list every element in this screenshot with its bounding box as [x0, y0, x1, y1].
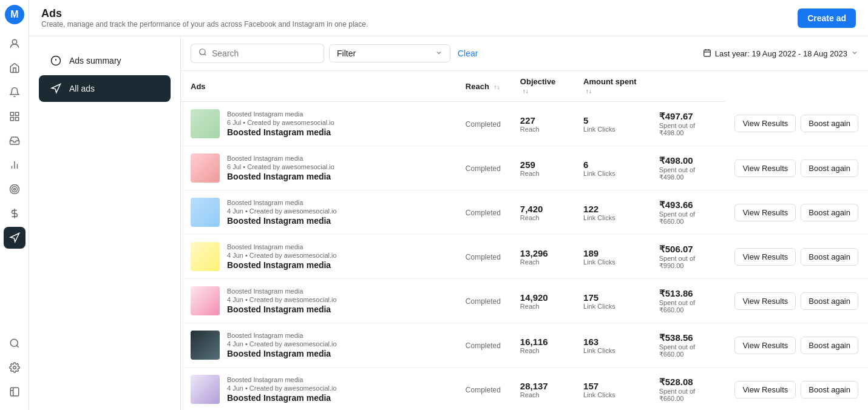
status-badge: Completed: [466, 253, 501, 261]
ad-info: Boosted Instagram media 4 Jun • Created …: [227, 243, 337, 270]
objective-label: Link Clicks: [583, 347, 640, 354]
svg-rect-5: [10, 118, 13, 121]
ad-thumbnail: [191, 242, 220, 271]
svg-rect-6: [15, 118, 18, 121]
ad-cell-2: Boosted Instagram media 6 Jul • Created …: [181, 146, 456, 190]
objective-cell-3: 122 Link Clicks: [574, 190, 649, 235]
view-results-button[interactable]: View Results: [734, 204, 796, 221]
view-results-button[interactable]: View Results: [734, 292, 796, 310]
ad-name-label: Boosted Instagram media: [227, 304, 337, 314]
reach-cell-4: 13,296 Reach: [510, 235, 574, 279]
boost-again-button[interactable]: Boost again: [801, 337, 858, 354]
view-results-button[interactable]: View Results: [734, 381, 796, 398]
reach-label: Reach: [520, 126, 564, 133]
amount-cell-3: ₹493.66 Spent out of ₹660.00: [649, 190, 725, 235]
ad-status-cell-4: Completed: [456, 235, 510, 279]
megaphone-icon[interactable]: [4, 227, 25, 249]
svg-point-14: [10, 339, 18, 346]
reach-cell-1: 227 Reach: [510, 102, 574, 146]
table-area: Filter Clear Last year: 19 Aug 2022 - 18…: [181, 36, 868, 410]
table-row: Boosted Instagram media 6 Jul • Created …: [181, 146, 868, 190]
objective-label: Link Clicks: [583, 303, 640, 310]
ad-name-label: Boosted Instagram media: [227, 172, 334, 181]
inbox-icon[interactable]: [4, 130, 25, 152]
view-results-button[interactable]: View Results: [734, 248, 796, 266]
search-input[interactable]: [212, 49, 316, 58]
reach-value: 227: [520, 115, 564, 126]
create-ad-button[interactable]: Create ad: [798, 8, 856, 28]
ad-cell-3: Boosted Instagram media 4 Jun • Created …: [181, 190, 456, 235]
date-chevron-icon: [851, 49, 858, 58]
ad-meta-label: 4 Jun • Created by awesomesocial.io: [227, 385, 337, 392]
table-row: Boosted Instagram media 4 Jun • Created …: [181, 279, 868, 323]
ad-thumbnail: [191, 109, 220, 138]
ad-meta-label: 4 Jun • Created by awesomesocial.io: [227, 252, 337, 259]
col-reach[interactable]: Reach ↑↓: [456, 71, 510, 102]
settings-icon[interactable]: [4, 357, 25, 378]
boost-again-button[interactable]: Boost again: [801, 115, 858, 132]
ad-info: Boosted Instagram media 4 Jun • Created …: [227, 287, 337, 314]
view-results-button[interactable]: View Results: [734, 160, 796, 177]
home-icon[interactable]: [4, 57, 25, 79]
search-icon: [198, 48, 207, 59]
table-container: Ads Reach ↑↓ Objective ↑↓ Amou: [181, 71, 868, 410]
bar-chart-icon[interactable]: [4, 154, 25, 176]
col-actions: [649, 71, 725, 102]
col-objective[interactable]: Objective ↑↓: [510, 71, 574, 102]
ad-type-label: Boosted Instagram media: [227, 376, 337, 383]
ads-nav: Ads summary All ads: [29, 36, 181, 410]
objective-sort-icon: ↑↓: [523, 88, 529, 95]
dollar-icon[interactable]: [4, 203, 25, 224]
boost-again-button[interactable]: Boost again: [801, 292, 858, 310]
page-title: Ads: [41, 7, 368, 20]
svg-point-12: [13, 189, 15, 190]
table-row: Boosted Instagram media 4 Jun • Created …: [181, 190, 868, 235]
table-row: Boosted Instagram media 4 Jun • Created …: [181, 323, 868, 368]
ad-name-label: Boosted Instagram media: [227, 393, 337, 403]
nav-item-all-ads[interactable]: All ads: [39, 75, 171, 102]
ad-thumbnail: [191, 331, 220, 360]
bell-icon[interactable]: [4, 81, 25, 103]
amount-value: ₹528.08: [659, 377, 716, 388]
view-results-button[interactable]: View Results: [734, 337, 796, 354]
amount-cell-2: ₹498.00 Spent out of ₹498.00: [649, 146, 725, 190]
notifications-icon[interactable]: [4, 33, 25, 55]
ads-summary-icon: [49, 53, 63, 68]
filter-button[interactable]: Filter: [329, 44, 450, 62]
amount-label: Spent out of ₹660.00: [659, 299, 716, 314]
boost-again-button[interactable]: Boost again: [801, 381, 858, 398]
reach-cell-3: 7,420 Reach: [510, 190, 574, 235]
ad-meta-label: 4 Jun • Created by awesomesocial.io: [227, 296, 337, 303]
view-results-button[interactable]: View Results: [734, 115, 796, 132]
actions-cell-1: View Results Boost again: [725, 102, 868, 146]
boost-again-button[interactable]: Boost again: [801, 160, 858, 177]
search-icon[interactable]: [4, 332, 25, 354]
svg-line-15: [16, 345, 18, 347]
amount-label: Spent out of ₹660.00: [659, 388, 716, 403]
col-amount-spent[interactable]: Amount spent ↑↓: [574, 71, 649, 102]
reach-label: Reach: [520, 303, 564, 310]
search-box[interactable]: [191, 44, 324, 63]
grid-icon[interactable]: [4, 106, 25, 127]
amount-cell-6: ₹538.56 Spent out of ₹660.00: [649, 323, 725, 368]
ads-table: Ads Reach ↑↓ Objective ↑↓ Amou: [181, 71, 868, 410]
svg-rect-25: [704, 50, 710, 56]
boost-again-button[interactable]: Boost again: [801, 204, 858, 221]
objective-label: Link Clicks: [583, 391, 640, 398]
actions-cell-4: View Results Boost again: [725, 235, 868, 279]
reach-value: 16,116: [520, 337, 564, 347]
nav-item-ads-summary[interactable]: Ads summary: [39, 47, 171, 74]
status-badge: Completed: [466, 386, 501, 394]
app-logo: M: [5, 5, 24, 24]
reach-cell-5: 14,920 Reach: [510, 279, 574, 323]
layout-icon[interactable]: [4, 381, 25, 403]
ad-type-label: Boosted Instagram media: [227, 287, 337, 295]
clear-button[interactable]: Clear: [455, 45, 480, 62]
boost-again-button[interactable]: Boost again: [801, 248, 858, 266]
ad-meta-label: 4 Jun • Created by awesomesocial.io: [227, 207, 337, 215]
date-range-selector[interactable]: Last year: 19 Aug 2022 - 18 Aug 2023: [703, 49, 858, 59]
target-icon[interactable]: [4, 178, 25, 200]
ad-thumbnail: [191, 375, 220, 404]
reach-value: 28,137: [520, 381, 564, 391]
ads-header-title-area: Ads Create, manage and track the perform…: [41, 7, 368, 29]
